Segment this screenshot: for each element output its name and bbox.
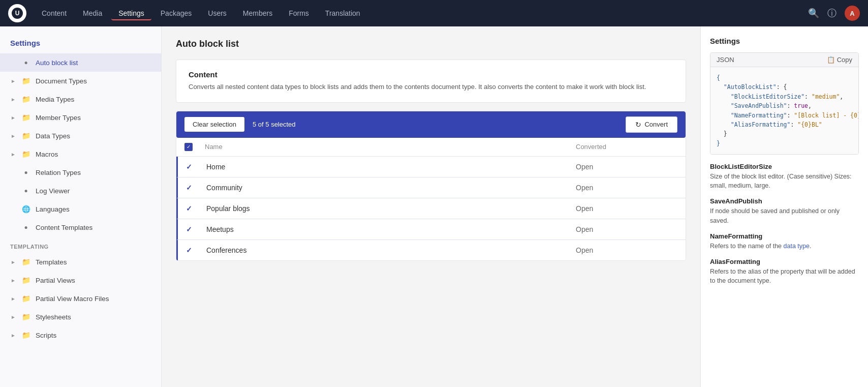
templating-section-label: Templating (0, 236, 161, 253)
sidebar-item-relation-types[interactable]: ● Relation Types (0, 163, 161, 182)
table-row[interactable]: ✓ Home Open (176, 157, 686, 177)
nav-members[interactable]: Members (236, 6, 280, 20)
expand-icon: ► (10, 314, 16, 320)
sidebar-label: Content Templates (36, 224, 92, 231)
nav-settings[interactable]: Settings (111, 6, 151, 20)
col-name-header: Name (205, 143, 576, 151)
expand-icon (10, 206, 16, 212)
json-box: JSON 📋 Copy { "AutoBlockList": { "BlockL… (710, 52, 859, 155)
expand-icon: ► (10, 114, 16, 121)
folder-icon: 📁 (21, 331, 30, 340)
sidebar-item-data-types[interactable]: ► 📁 Data Types (0, 127, 161, 145)
logo[interactable]: U (8, 4, 26, 22)
folder-icon: 📁 (21, 150, 30, 159)
selection-count: 5 of 5 selected (253, 121, 617, 128)
sidebar-label: Partial View Macro Files (36, 295, 109, 303)
right-panel: Settings JSON 📋 Copy { "AutoBlockList": … (700, 26, 868, 387)
search-icon[interactable]: 🔍 (808, 8, 819, 19)
nav-media[interactable]: Media (76, 6, 109, 20)
row-name: Community (206, 184, 576, 192)
select-all-checkbox[interactable]: ✓ (184, 143, 193, 151)
expand-icon: ► (10, 133, 16, 139)
sidebar-label: Languages (36, 205, 70, 213)
nav-translation[interactable]: Translation (318, 6, 367, 20)
convert-button[interactable]: ↻ Convert (626, 116, 677, 133)
checkmark-icon: ✓ (186, 163, 192, 171)
main-content: Auto block list Content Converts all nes… (162, 26, 700, 387)
col-converted-header: Converted (576, 143, 677, 151)
avatar[interactable]: A (845, 6, 860, 21)
nav-content[interactable]: Content (35, 6, 74, 20)
sidebar-label: Media Types (36, 96, 74, 103)
sidebar-item-log-viewer[interactable]: ● Log Viewer (0, 182, 161, 200)
nav-forms[interactable]: Forms (282, 6, 316, 20)
nav-packages[interactable]: Packages (153, 6, 199, 20)
sidebar-label: Member Types (36, 114, 81, 122)
top-nav: U Content Media Settings Packages Users … (0, 0, 868, 26)
circle-icon: ● (21, 168, 30, 177)
sidebar-item-macros[interactable]: ► 📁 Macros (0, 145, 161, 163)
checkmark-icon: ✓ (186, 246, 192, 254)
row-check: ✓ (186, 204, 206, 213)
setting-name-2: NameFormatting (710, 232, 859, 240)
sidebar-item-partial-views[interactable]: ► 📁 Partial Views (0, 271, 161, 289)
sidebar: Settings ● Auto block list ► 📁 Document … (0, 26, 162, 387)
sidebar-item-document-types[interactable]: ► 📁 Document Types (0, 72, 161, 90)
expand-icon: ► (10, 96, 16, 102)
sidebar-item-stylesheets[interactable]: ► 📁 Stylesheets (0, 308, 161, 326)
sidebar-label: Macros (36, 151, 58, 158)
settings-section: BlockListEditorSize Size of the block li… (710, 163, 859, 285)
right-panel-title: Settings (710, 37, 859, 45)
table-wrapper: Clear selection 5 of 5 selected ↻ Conver… (176, 111, 686, 261)
sidebar-item-templates[interactable]: ► 📁 Templates (0, 253, 161, 271)
copy-icon: 📋 (827, 56, 835, 64)
header-checkbox-cell[interactable]: ✓ (184, 143, 205, 151)
json-content: { "AutoBlockList": { "BlockListEditorSiz… (710, 67, 858, 154)
sidebar-item-member-types[interactable]: ► 📁 Member Types (0, 108, 161, 127)
logo-icon: U (12, 8, 23, 19)
sidebar-item-languages[interactable]: 🌐 Languages (0, 200, 161, 218)
sidebar-label: Auto block list (36, 59, 78, 67)
clear-selection-button[interactable]: Clear selection (184, 117, 244, 132)
folder-icon: 📁 (21, 257, 30, 266)
sidebar-label: Document Types (36, 77, 87, 85)
row-check: ✓ (186, 225, 206, 233)
nav-right: 🔍 ⓘ A (808, 6, 860, 21)
folder-icon: 📁 (21, 276, 30, 285)
sidebar-item-media-types[interactable]: ► 📁 Media Types (0, 90, 161, 108)
sidebar-label: Data Types (36, 132, 70, 140)
folder-icon: 📁 (21, 76, 30, 85)
setting-name-3: AliasFormatting (710, 258, 859, 265)
expand-icon (10, 169, 16, 175)
sidebar-item-content-templates[interactable]: ● Content Templates (0, 218, 161, 236)
json-label: JSON (717, 56, 734, 64)
expand-icon: ► (10, 78, 16, 84)
table-row[interactable]: ✓ Conferences Open (176, 240, 686, 260)
sidebar-label: Scripts (36, 332, 56, 339)
table-row[interactable]: ✓ Popular blogs Open (176, 198, 686, 219)
setting-desc-1: If node should be saved and published or… (710, 206, 859, 225)
row-check: ✓ (186, 184, 206, 192)
nav-items: Content Media Settings Packages Users Me… (35, 6, 808, 20)
table-row[interactable]: ✓ Community Open (176, 177, 686, 198)
expand-icon: ► (10, 295, 16, 302)
content-description: Converts all nested content data types t… (189, 82, 673, 92)
help-icon[interactable]: ⓘ (827, 7, 836, 19)
sidebar-item-partial-view-macro-files[interactable]: ► 📁 Partial View Macro Files (0, 289, 161, 308)
row-name: Popular blogs (206, 204, 576, 213)
json-box-header: JSON 📋 Copy (710, 53, 858, 67)
copy-button[interactable]: 📋 Copy (827, 56, 852, 64)
nav-users[interactable]: Users (201, 6, 234, 20)
circle-icon: ● (21, 58, 30, 67)
page-title: Auto block list (176, 39, 686, 49)
expand-icon (10, 188, 16, 194)
expand-icon: ► (10, 259, 16, 265)
sidebar-item-scripts[interactable]: ► 📁 Scripts (0, 326, 161, 344)
sidebar-item-auto-block-list[interactable]: ● Auto block list (0, 53, 161, 72)
layout: Settings ● Auto block list ► 📁 Document … (0, 26, 868, 387)
expand-icon: ► (10, 332, 16, 338)
expand-icon: ► (10, 277, 16, 283)
sidebar-label: Relation Types (36, 169, 81, 176)
sidebar-title: Settings (0, 35, 161, 53)
table-row[interactable]: ✓ Meetups Open (176, 219, 686, 240)
